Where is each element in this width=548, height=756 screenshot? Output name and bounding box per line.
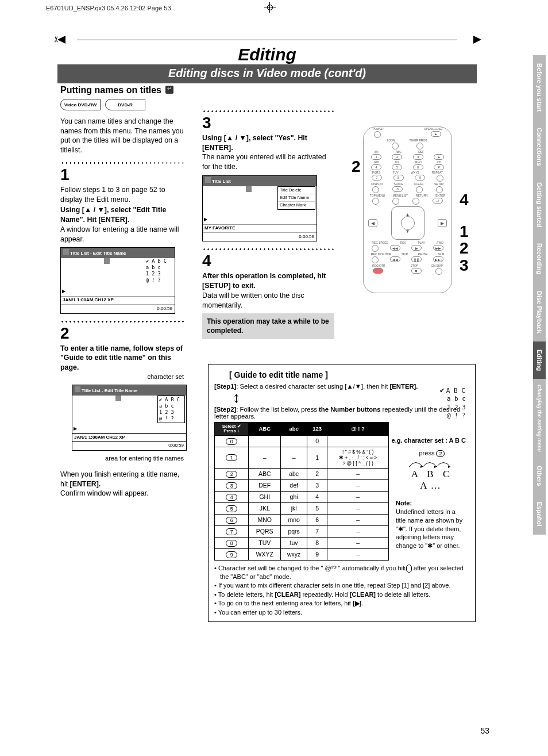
table-head-symbols: @ ! ? — [327, 422, 389, 435]
press-figure: press 2 A B C A… — [398, 450, 466, 492]
step2-p1: When you finish entering a title name, h… — [60, 470, 184, 489]
power-button[interactable] — [374, 131, 381, 138]
step-number-2: 2 — [60, 325, 184, 341]
clear-button[interactable] — [416, 186, 423, 193]
table-row: 6MNOmno6– — [215, 514, 389, 525]
open-close-button[interactable]: ▲ — [431, 131, 441, 137]
play-button[interactable]: ▶ — [411, 245, 422, 251]
rec-otr-button[interactable] — [373, 268, 383, 274]
table-row: 8TUVtuv8– — [215, 537, 389, 548]
step-number-4: 4 — [202, 253, 334, 269]
tv-charset-list: ✔ A B C a b c 1 2 3 @ ! ? — [146, 258, 173, 283]
stop-button[interactable]: ■ — [411, 268, 422, 274]
step-number-1: 1 — [60, 167, 184, 183]
callout-number-2: 2 — [352, 158, 361, 176]
guide-step1: [Step1]: Select a desired character set … — [214, 383, 469, 390]
table-head-select-press: Select ✔Press ↓ — [215, 422, 249, 435]
intro-text: You can name titles and change the names… — [60, 117, 184, 155]
side-tab[interactable]: Disc Playback — [533, 283, 546, 341]
enter-button[interactable]: ⏎ — [433, 198, 443, 204]
nav-pad[interactable]: ▲ ▼ ◀ ▶ — [364, 209, 451, 237]
side-tab[interactable]: Getting started — [533, 174, 546, 235]
key-5[interactable]: 5 — [392, 164, 402, 170]
key-8[interactable]: 8 — [393, 175, 404, 181]
key-2[interactable]: 2 — [392, 154, 402, 160]
press-letters: A B C A… — [398, 469, 466, 492]
pause-button[interactable]: ❚❚ — [411, 256, 422, 262]
table-row: 1––1! " # $ % & ' ( ) ✱ + , - . / : ; < … — [215, 447, 389, 468]
callout-number-4: 4 — [460, 191, 469, 209]
guide-charset-mini: A B C a b c 1 2 3 @ ! ? — [439, 386, 466, 420]
key-7[interactable]: 7 — [372, 175, 382, 181]
tv-screen-title-list: Title List Title DeleteEdit Title NameCh… — [202, 175, 317, 241]
up-down-arrow-icon: ↕ — [233, 393, 469, 402]
disc-icon — [63, 249, 69, 255]
guide-step2: [Step2]: Follow the list below, press th… — [214, 406, 469, 420]
guide-box: [ Guide to edit title name ] [Step1]: Se… — [208, 364, 476, 622]
setup-button[interactable] — [436, 186, 443, 193]
nav-right[interactable]: ▶ — [438, 219, 447, 227]
side-tab[interactable]: Before you start — [533, 55, 546, 120]
table-row: 5JKLjkl5– — [215, 502, 389, 514]
side-tab[interactable]: Recording — [533, 235, 546, 282]
step3-p1: The name you entered will be activated f… — [202, 152, 334, 171]
play-icon: ▶ — [62, 289, 65, 295]
tv-header: Title List - Edit Title Name — [61, 248, 175, 258]
rec-speed-button[interactable] — [372, 245, 379, 252]
key-4[interactable]: 4 — [371, 164, 381, 170]
skip-fwd-button[interactable]: ▶▶| — [433, 256, 443, 262]
label-character-set: character set — [60, 373, 184, 381]
key-6[interactable]: 6 — [413, 164, 423, 170]
zoom-button[interactable] — [392, 143, 399, 149]
note-box: This operation may take a while to be co… — [202, 313, 334, 339]
nav-down[interactable]: ▼ — [406, 229, 410, 234]
top-menu-button[interactable] — [372, 198, 379, 205]
disc-badge-dvdrw: Video DVD-RW — [60, 99, 101, 110]
menu-list-button[interactable] — [392, 198, 399, 205]
key-1[interactable]: 1 — [371, 154, 381, 160]
fwd-button[interactable]: ▶▶ — [433, 245, 443, 251]
key-▼[interactable]: ▼ — [434, 164, 444, 170]
table-row: 9WXYZwxyz9– — [215, 548, 389, 560]
remote-control: POWEROPEN/CLOSE ▲ ZOOMTIMER PROG. @/:ABC… — [363, 126, 452, 293]
print-header: E6701UD_ENSP.qx3 05.4.26 12:02 Page 53 — [46, 5, 171, 11]
tv-screen-edit-name-2: Title List - Edit Title Name ✔ A B C a b… — [72, 385, 187, 451]
display-button[interactable] — [372, 186, 379, 193]
nav-left[interactable]: ◀ — [368, 219, 377, 227]
side-tab[interactable]: Editing — [533, 341, 546, 379]
list-item: To go on to the next entering area for l… — [214, 599, 469, 608]
rec-monitor-button[interactable] — [372, 256, 379, 263]
side-tab[interactable]: Connections — [533, 120, 546, 174]
step4-instruction: After this operation is completed, hit [… — [202, 272, 326, 290]
key-0[interactable]: 0 — [392, 186, 403, 192]
step3-instruction: Using [▲ / ▼], select "Yes". Hit [ENTER]… — [202, 134, 307, 152]
step-number-3: 3 — [202, 115, 334, 131]
side-tab[interactable]: Español — [533, 494, 546, 535]
nav-up[interactable]: ▲ — [406, 212, 410, 217]
key-▲[interactable]: ▲ — [434, 154, 444, 160]
guide-note: Note:Undefined letters in a title name a… — [396, 499, 466, 550]
key-9[interactable]: 9 — [415, 175, 425, 181]
dotted-rule — [60, 161, 184, 166]
side-tab[interactable]: Others — [533, 458, 546, 494]
section-heading-text: Putting names on titles — [60, 85, 161, 95]
cm-skip-button[interactable] — [435, 268, 442, 275]
callout-numbers-123: 123 — [460, 223, 469, 274]
return-button[interactable] — [412, 198, 419, 205]
tv-popup-menu: Title DeleteEdit Title NameChapter Mark — [277, 186, 315, 210]
disc-badge-dvdr: DVD-R — [105, 99, 145, 110]
dotted-rule — [60, 320, 184, 324]
side-tab[interactable]: Changing the Setting menu — [533, 379, 546, 458]
page-number: 53 — [480, 726, 489, 735]
arc-arrows-icon — [403, 458, 461, 469]
rev-button[interactable]: ◀◀ — [390, 245, 400, 251]
timer-prog-button[interactable] — [416, 143, 423, 149]
registration-mark-bottom — [264, 0, 276, 16]
thumbnail-icon — [104, 258, 111, 266]
skip-back-button[interactable]: |◀◀ — [390, 256, 400, 262]
table-row: 2ABCabc2– — [215, 468, 389, 479]
page: E6701UD_ENSP.qx3 05.4.26 12:02 Page 53 ✂… — [0, 0, 548, 756]
key-mapping-table: Select ✔Press ↓ ABC abc 123 @ ! ? 001––1… — [214, 422, 389, 561]
key-3[interactable]: 3 — [413, 154, 423, 160]
list-item: You can enter up to 30 letters. — [214, 608, 469, 617]
